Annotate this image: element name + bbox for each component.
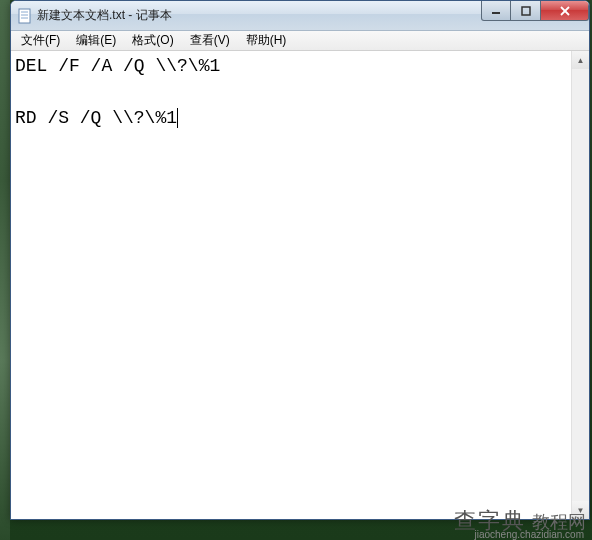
menu-format[interactable]: 格式(O) (124, 30, 181, 51)
menu-edit[interactable]: 编辑(E) (68, 30, 124, 51)
editor-line-3: RD /S /Q \\?\%1 (15, 108, 177, 128)
watermark-url: jiaocheng.chazidian.com (474, 529, 584, 540)
window-controls (481, 1, 589, 21)
editor-line-1: DEL /F /A /Q \\?\%1 (15, 56, 220, 76)
maximize-button[interactable] (511, 1, 541, 21)
minimize-button[interactable] (481, 1, 511, 21)
svg-rect-0 (19, 9, 30, 23)
menu-view[interactable]: 查看(V) (182, 30, 238, 51)
desktop-strip (0, 0, 10, 540)
close-button[interactable] (541, 1, 589, 21)
scroll-up-button[interactable]: ▲ (572, 51, 589, 69)
text-caret (177, 108, 178, 128)
menu-file[interactable]: 文件(F) (13, 30, 68, 51)
scroll-track[interactable] (572, 69, 589, 501)
svg-rect-5 (522, 7, 530, 15)
menu-help[interactable]: 帮助(H) (238, 30, 295, 51)
scroll-down-button[interactable]: ▼ (572, 501, 589, 519)
text-editor[interactable]: DEL /F /A /Q \\?\%1 RD /S /Q \\?\%1 (11, 51, 571, 519)
notepad-icon (17, 8, 33, 24)
menubar: 文件(F) 编辑(E) 格式(O) 查看(V) 帮助(H) (11, 31, 589, 51)
editor-area: DEL /F /A /Q \\?\%1 RD /S /Q \\?\%1 ▲ ▼ (11, 51, 589, 519)
titlebar[interactable]: 新建文本文档.txt - 记事本 (11, 1, 589, 31)
vertical-scrollbar[interactable]: ▲ ▼ (571, 51, 589, 519)
notepad-window: 新建文本文档.txt - 记事本 文件(F) 编辑(E) 格式(O) 查看(V)… (10, 0, 590, 520)
